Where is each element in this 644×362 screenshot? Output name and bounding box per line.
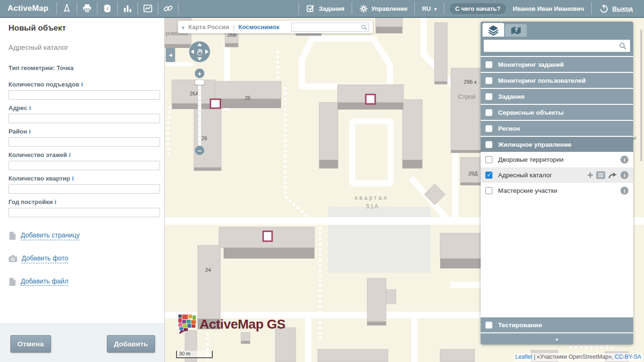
apartments-input[interactable] <box>8 184 160 194</box>
layer-checkbox-checked[interactable] <box>485 172 492 179</box>
zoom-slider-handle[interactable] <box>194 79 205 85</box>
group-checkbox[interactable] <box>485 77 492 84</box>
object-list-icon[interactable] <box>596 171 605 179</box>
group-checkbox[interactable] <box>485 141 492 148</box>
field-apartments: Количество квартирi <box>8 175 160 194</box>
collapse-panel-button[interactable] <box>166 48 175 62</box>
layer-group-testing[interactable]: Тестирование <box>481 317 633 332</box>
layer-group-tasks[interactable]: Задания <box>481 89 633 104</box>
info-icon[interactable]: i <box>620 156 628 164</box>
search-icon <box>361 24 367 31</box>
pan-control[interactable] <box>189 41 210 63</box>
info-icon[interactable]: i <box>620 171 628 179</box>
info-mark-icon[interactable]: i <box>69 151 71 158</box>
layer-group-service-objects[interactable]: Сервисные объекты <box>481 105 633 120</box>
floors-input[interactable] <box>8 161 160 170</box>
new-object-panel: Новый объект Адресный каталог Тип геомет… <box>0 18 165 362</box>
add-button[interactable]: Добавить <box>107 335 155 353</box>
add-page-link[interactable]: Добавить страницу <box>8 231 160 240</box>
info-mark-icon[interactable]: i <box>29 104 31 111</box>
chevron-down-icon[interactable] <box>182 23 185 31</box>
language-selector[interactable]: RU <box>415 0 443 17</box>
management-label: Управление <box>371 5 408 12</box>
year-built-input[interactable] <box>8 208 160 217</box>
measure-tool-button[interactable] <box>57 0 76 17</box>
map-search-input[interactable] <box>291 23 369 32</box>
layer-group-task-monitoring[interactable]: Мониторинг заданий <box>481 57 633 72</box>
zoom-out-button[interactable] <box>194 145 205 156</box>
logout-button[interactable]: Выход <box>592 0 644 17</box>
map-label: 29Д <box>468 171 478 176</box>
layer-workshop-areas[interactable]: Мастерские участки i <box>481 183 633 198</box>
add-file-label: Добавить файл <box>21 277 68 286</box>
map-attribution: Leaflet | «Участники OpenStreetMap», CC-… <box>514 353 643 362</box>
address-input[interactable] <box>8 114 160 123</box>
map-marker[interactable] <box>366 94 375 104</box>
leaflet-link[interactable]: Leaflet <box>515 354 532 360</box>
pan-right-icon[interactable] <box>205 49 209 54</box>
layer-address-catalog[interactable]: Адресный каталог + i <box>481 167 633 183</box>
toolbar-divider <box>352 2 352 15</box>
map-marker[interactable] <box>210 99 220 108</box>
app-logo: ActiveMap <box>0 4 56 13</box>
base-layer-satellite[interactable]: Космоснимок <box>238 24 279 31</box>
zoom-in-button[interactable] <box>194 68 205 79</box>
toolbar-divider <box>77 2 77 15</box>
statistics-button[interactable] <box>118 0 137 17</box>
search-icon <box>619 42 627 50</box>
tab-layers[interactable] <box>483 23 504 37</box>
info-mark-icon[interactable]: i <box>72 175 74 182</box>
go-to-layer-arrow-icon[interactable] <box>608 172 618 179</box>
tab-legend[interactable]: ? <box>505 24 527 37</box>
license-link[interactable]: CC-BY-SA <box>615 354 641 360</box>
layer-yard-territories[interactable]: Дворовые территории i <box>481 152 633 167</box>
group-checkbox[interactable] <box>485 93 492 100</box>
add-file-link[interactable]: Добавить файл <box>8 277 160 286</box>
charts-button[interactable] <box>138 0 157 17</box>
cancel-button[interactable]: Отмена <box>10 335 51 353</box>
field-year-built: Год постройкиi <box>8 198 160 217</box>
layers-panel: ? Мониторинг заданий Мониторинг пользова… <box>481 22 633 345</box>
add-object-icon[interactable]: + <box>587 170 593 181</box>
group-checkbox[interactable] <box>485 61 492 68</box>
info-mark-icon[interactable]: i <box>29 128 31 135</box>
field-address: Адресi <box>8 104 160 123</box>
layers-search-input[interactable] <box>483 39 630 52</box>
group-checkbox[interactable] <box>485 109 492 116</box>
field-label: Количество этажей <box>8 151 67 158</box>
info-icon[interactable]: i <box>620 187 628 195</box>
gear-icon <box>359 4 368 13</box>
map-label: квартал <box>355 195 389 201</box>
add-photo-link[interactable]: Добавить фото <box>8 254 160 263</box>
entrances-input[interactable] <box>8 90 160 100</box>
group-checkbox[interactable] <box>485 322 492 329</box>
layer-group-region[interactable]: Регион <box>481 121 633 136</box>
collapse-layers-panel-button[interactable] <box>481 333 633 345</box>
tasks-menu-button[interactable]: Задания <box>299 0 351 17</box>
group-checkbox[interactable] <box>485 125 492 132</box>
field-label: Количество квартир <box>8 175 70 182</box>
field-label: Год постройки <box>8 198 53 205</box>
layer-group-user-monitoring[interactable]: Мониторинг пользователей <box>481 73 633 88</box>
layer-checkbox[interactable] <box>485 156 492 163</box>
logo-mosaic-icon <box>178 314 197 335</box>
info-mark-icon[interactable]: i <box>81 81 83 88</box>
pan-down-icon[interactable] <box>197 57 202 61</box>
info-mark-icon[interactable]: i <box>55 198 56 205</box>
layers-icon <box>487 24 499 36</box>
base-layer-map-russia[interactable]: Карта России <box>188 24 229 31</box>
pan-left-icon[interactable] <box>191 49 194 54</box>
district-input[interactable] <box>8 137 160 147</box>
getting-started-button[interactable]: С чего начать? <box>450 3 506 14</box>
reference-button[interactable]: i <box>98 0 117 17</box>
share-link-button[interactable] <box>159 0 177 17</box>
zoom-slider-track[interactable] <box>198 79 201 150</box>
layer-checkbox[interactable] <box>485 187 492 194</box>
layer-group-housing-management[interactable]: Жилищное управление <box>481 137 633 152</box>
pan-up-icon[interactable] <box>197 43 202 46</box>
management-menu-button[interactable]: Управление <box>353 0 414 17</box>
print-button[interactable] <box>78 0 97 17</box>
map-label: 29Б к <box>464 79 476 85</box>
map-marker[interactable] <box>263 231 272 241</box>
toolbar-divider <box>444 2 444 15</box>
